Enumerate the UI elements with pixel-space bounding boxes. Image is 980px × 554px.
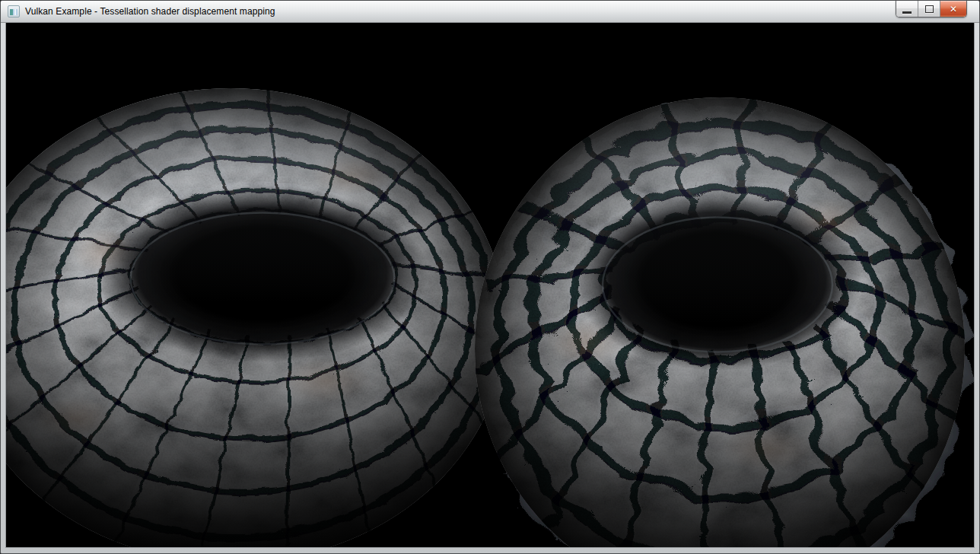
window-controls: ✕ bbox=[896, 1, 967, 18]
minimize-button[interactable] bbox=[896, 1, 918, 17]
render-viewport[interactable] bbox=[6, 23, 974, 547]
close-icon: ✕ bbox=[950, 5, 957, 14]
vignette-overlay bbox=[6, 88, 506, 547]
maximize-button[interactable] bbox=[918, 1, 940, 17]
torus-left-flat-tiles bbox=[6, 79, 512, 547]
minimize-icon bbox=[902, 11, 912, 14]
app-window: Vulkan Example - Tessellation shader dis… bbox=[0, 0, 980, 554]
window-title: Vulkan Example - Tessellation shader dis… bbox=[25, 6, 275, 17]
close-button[interactable]: ✕ bbox=[940, 1, 966, 17]
scene-svg bbox=[6, 23, 974, 547]
app-icon bbox=[8, 5, 20, 18]
maximize-icon bbox=[925, 5, 934, 13]
vignette-overlay bbox=[475, 97, 965, 547]
window-titlebar[interactable]: Vulkan Example - Tessellation shader dis… bbox=[1, 1, 979, 23]
torus-right-displacement-mapped bbox=[468, 88, 972, 547]
